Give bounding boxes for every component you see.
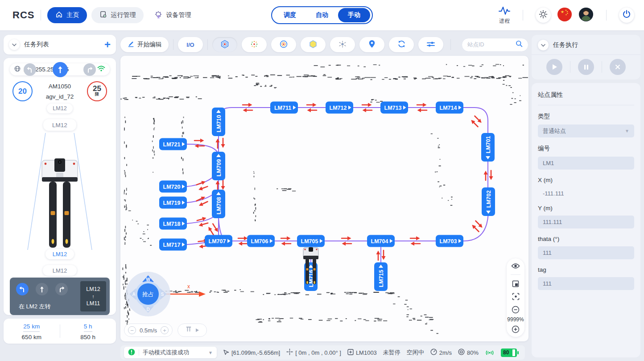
minimap-icon[interactable]	[512, 280, 519, 287]
mode-tab-手动[interactable]: 手动	[338, 8, 370, 22]
fork-action-button[interactable]	[178, 324, 207, 337]
map-station-lm718[interactable]: LM718	[159, 218, 187, 230]
home-icon	[55, 11, 63, 20]
speed-readout: 2m/s	[430, 349, 452, 357]
nav-item-operations[interactable]: 运行管理	[91, 7, 144, 23]
svg-text:D: D	[146, 307, 149, 312]
refresh-button[interactable]	[389, 37, 414, 52]
map-station-lm711[interactable]: LM711	[270, 102, 298, 114]
map-station-lm703[interactable]: LM703	[436, 235, 463, 247]
process-button[interactable]: 进程	[499, 6, 510, 25]
layer-stations-button[interactable]	[212, 37, 237, 52]
collapse-task-list-button[interactable]	[9, 39, 20, 50]
map-station-lm708[interactable]: LM708	[212, 190, 225, 218]
visibility-eye-icon[interactable]	[511, 263, 520, 269]
mode-tab-调度[interactable]: 调度	[274, 8, 306, 22]
task-start-button[interactable]	[546, 59, 562, 75]
hint-turn-right-icon[interactable]	[55, 283, 68, 295]
field-value-tag[interactable]: 111	[538, 277, 634, 290]
map-station-lm702[interactable]: LM702	[482, 187, 495, 216]
task-cancel-button[interactable]	[610, 59, 626, 75]
layer-zone-button[interactable]	[301, 37, 326, 52]
mode-status-text: 手动模式连接成功	[143, 349, 189, 357]
nav-item-devices[interactable]: 设备管理	[146, 7, 199, 23]
task-execution-card: 任务执行	[532, 35, 640, 79]
field-label-tag: tag	[538, 266, 634, 273]
power-button[interactable]	[619, 8, 634, 23]
hint-straight-icon[interactable]	[36, 283, 48, 295]
nav-item-home[interactable]: 主页	[47, 7, 87, 23]
svg-text:A: A	[132, 292, 135, 297]
io-button[interactable]: I/O	[178, 37, 203, 52]
virtual-joystick[interactable]: W A S D 抢占	[126, 272, 170, 316]
pencil-icon	[128, 41, 134, 49]
zoom-out-button[interactable]	[512, 306, 520, 314]
map-station-lm712[interactable]: LM712	[326, 102, 353, 114]
filter-button[interactable]	[418, 37, 443, 52]
up-arrow-glyph: ↑	[92, 293, 95, 300]
map-station-lm719[interactable]: LM719	[159, 197, 187, 209]
station-search-input[interactable]	[467, 41, 508, 48]
gear-icon	[154, 11, 162, 20]
map-station-lm705[interactable]: LM705	[297, 235, 325, 247]
map-station-lm715[interactable]: LM715	[374, 262, 388, 291]
map-station-lm721[interactable]: LM721	[159, 138, 187, 150]
battery-indicator: 80	[501, 349, 517, 357]
svg-text:LM715: LM715	[378, 270, 384, 287]
gauge-icon	[430, 349, 437, 357]
location-pin-icon	[368, 40, 376, 50]
task-list-title: 任务列表	[24, 41, 49, 49]
svg-text:抢占: 抢占	[142, 291, 154, 298]
layer-target-button[interactable]	[271, 37, 296, 52]
map-toolbar: 开始编辑 I/O	[120, 37, 528, 52]
svg-text:LM713: LM713	[384, 105, 402, 111]
map-station-lm709[interactable]: LM709	[212, 152, 225, 180]
station-pill-4: LM12	[43, 265, 77, 276]
path-direction-arrow-pair	[194, 139, 204, 148]
map-station-lm713[interactable]: LM713	[380, 102, 408, 114]
localization-readout: 80%	[458, 349, 479, 357]
task-pause-button[interactable]	[578, 59, 594, 75]
collapse-task-exec-button[interactable]	[538, 40, 549, 50]
theme-toggle-button[interactable]	[536, 8, 551, 23]
go-straight-button[interactable]	[53, 62, 68, 77]
zoom-in-button[interactable]	[512, 325, 520, 333]
search-icon[interactable]	[516, 40, 523, 49]
mode-tab-自动[interactable]: 自动	[306, 8, 338, 22]
map-station-lm706[interactable]: LM706	[247, 235, 275, 247]
turn-right-button[interactable]	[83, 63, 96, 76]
speed-decrease-button[interactable]: −	[128, 326, 136, 334]
map-station-lm707[interactable]: LM707	[205, 235, 232, 247]
language-flag-button[interactable]	[557, 8, 572, 23]
turn-left-button[interactable]	[24, 63, 36, 76]
svg-text:LM717: LM717	[163, 242, 181, 248]
add-task-button[interactable]: +	[104, 40, 111, 49]
mode-status-select[interactable]: 手动模式连接成功 ▼	[124, 347, 217, 358]
lidar-button[interactable]	[330, 37, 355, 52]
svg-text:LM711: LM711	[274, 105, 291, 111]
map-station-lm720[interactable]: LM720	[159, 181, 187, 193]
user-avatar[interactable]	[578, 8, 594, 23]
field-value-theta[interactable]: 111	[538, 246, 634, 259]
field-value-y[interactable]: 111.111	[538, 216, 634, 228]
field-value-type[interactable]: 普通站点▼	[538, 124, 634, 137]
map-station-lm717[interactable]: LM717	[159, 239, 187, 251]
map-station-lm701[interactable]: LM701	[481, 133, 495, 162]
locate-button[interactable]	[359, 37, 384, 52]
map-station-lm710[interactable]: LM710	[212, 108, 225, 136]
speed-increase-button[interactable]: +	[161, 326, 169, 334]
station-pill-2: LM12	[43, 119, 76, 131]
center-focus-icon[interactable]	[512, 293, 520, 300]
waveform-icon	[499, 6, 510, 17]
vehicle-card[interactable]: 255.255.255.255 20 AM1050 agv_id_72 25限 …	[4, 58, 116, 315]
start-edit-button[interactable]: 开始编辑	[120, 37, 169, 52]
field-value-code[interactable]: LM1	[538, 157, 634, 170]
field-label-y: Y (m)	[538, 205, 634, 212]
map-canvas[interactable]: LM710LM721LM709LM720LM719LM708LM718LM717…	[120, 56, 528, 341]
layer-pointcloud-button[interactable]	[242, 37, 267, 52]
hint-turn-left-icon[interactable]	[16, 283, 29, 295]
svg-text:x: x	[187, 283, 190, 290]
map-station-lm704[interactable]: LM704	[367, 235, 395, 247]
svg-text:LM701: LM701	[485, 136, 491, 154]
map-station-lm714[interactable]: LM714	[436, 102, 463, 114]
